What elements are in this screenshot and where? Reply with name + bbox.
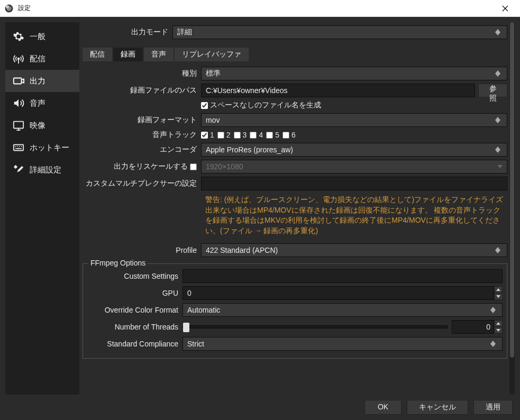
browse-button[interactable]: 参照 xyxy=(478,84,507,97)
updown-icon xyxy=(495,147,503,153)
titlebar: 設定 xyxy=(0,0,520,17)
sidebar-item-hotkeys[interactable]: ホットキー xyxy=(5,136,79,159)
scrollbar-thumb[interactable] xyxy=(510,22,514,358)
row-tracks: 音声トラック 1 2 3 4 5 6 xyxy=(83,130,507,140)
tab-streaming[interactable]: 配信 xyxy=(83,48,112,61)
path-input[interactable]: C:¥Users¥owner¥Videos xyxy=(201,84,475,97)
custom-settings-label: Custom Settings xyxy=(87,272,183,280)
updown-icon xyxy=(495,29,503,35)
tab-replay-buffer[interactable]: リプレイバッファ xyxy=(175,48,249,61)
encoder-select[interactable]: Apple ProRes (prores_aw) xyxy=(201,143,507,157)
row-nospace: スペースなしのファイル名を生成 xyxy=(83,101,507,110)
row-rescale: 出力をリスケールする 1920×1080 xyxy=(83,160,507,174)
main: 一般 配信 出力 音声 映像 xyxy=(0,17,520,395)
settings-window: 設定 一般 配信 出力 音声 xyxy=(0,0,520,420)
row-color-format: Override Color Format Automatic xyxy=(87,303,503,317)
apply-button[interactable]: 適用 xyxy=(473,400,513,415)
content-pane: 出力モード 詳細 配信 録画 音声 リプレイバッファ 種別 xyxy=(83,22,515,395)
threads-label: Number of Threads xyxy=(87,323,183,331)
tab-recording[interactable]: 録画 xyxy=(113,48,143,61)
color-format-label: Override Color Format xyxy=(87,306,183,314)
row-muxer: カスタムマルチプレクサーの設定 xyxy=(83,177,507,190)
sidebar-item-video[interactable]: 映像 xyxy=(5,114,79,136)
track-6-checkbox[interactable]: 6 xyxy=(282,131,296,139)
monitor-icon xyxy=(13,120,24,131)
output-mode-select[interactable]: 詳細 xyxy=(172,25,507,39)
spin-down-icon[interactable] xyxy=(494,327,503,334)
scrollbar[interactable] xyxy=(509,22,515,395)
custom-settings-input[interactable] xyxy=(183,269,503,283)
sidebar-item-general[interactable]: 一般 xyxy=(5,25,79,48)
type-label: 種別 xyxy=(83,69,201,78)
output-icon xyxy=(13,75,24,87)
row-output-mode: 出力モード 詳細 xyxy=(83,25,507,39)
svg-rect-4 xyxy=(14,78,22,84)
tab-audio[interactable]: 音声 xyxy=(144,48,174,61)
format-value: mov xyxy=(206,116,220,124)
sidebar: 一般 配信 出力 音声 映像 xyxy=(5,22,79,395)
updown-icon xyxy=(490,307,498,313)
track-5-checkbox[interactable]: 5 xyxy=(266,131,279,139)
nospace-checkbox[interactable]: スペースなしのファイル名を生成 xyxy=(201,101,321,110)
gear-icon xyxy=(13,31,24,42)
color-format-select[interactable]: Automatic xyxy=(183,303,503,317)
slider-thumb[interactable] xyxy=(183,323,189,332)
close-button[interactable] xyxy=(495,0,516,17)
track-1-checkbox[interactable]: 1 xyxy=(201,131,214,139)
updown-icon xyxy=(495,70,503,77)
footer: OK キャンセル 適用 xyxy=(0,395,520,420)
tools-icon xyxy=(13,164,24,176)
rescale-checkbox[interactable] xyxy=(190,163,197,170)
muxer-input[interactable] xyxy=(201,177,507,190)
color-format-value: Automatic xyxy=(187,306,220,314)
sidebar-label: 配信 xyxy=(30,54,45,64)
spin-up-icon[interactable] xyxy=(494,320,503,327)
output-mode-label: 出力モード xyxy=(83,28,172,37)
tabbar: 配信 録画 音声 リプレイバッファ xyxy=(83,48,507,61)
profile-value: 422 Standard (APCN) xyxy=(206,246,278,254)
row-path: 録画ファイルのパス C:¥Users¥owner¥Videos 参照 xyxy=(83,84,507,97)
muxer-label: カスタムマルチプレクサーの設定 xyxy=(83,179,201,188)
spin-down-icon[interactable] xyxy=(494,293,503,300)
gpu-spinner[interactable] xyxy=(494,286,503,300)
row-gpu: GPU 0 xyxy=(87,286,503,300)
row-profile: Profile 422 Standard (APCN) xyxy=(83,243,507,257)
sidebar-label: 一般 xyxy=(30,32,45,42)
ffmpeg-group: FFmpeg Options Custom Settings GPU 0 xyxy=(83,263,507,359)
speaker-icon xyxy=(13,97,24,109)
sidebar-item-output[interactable]: 出力 xyxy=(5,70,79,92)
compliance-select[interactable]: Strict xyxy=(183,337,503,351)
track-4-checkbox[interactable]: 4 xyxy=(250,131,263,139)
cancel-button[interactable]: キャンセル xyxy=(407,400,468,415)
rescale-select: 1920×1080 xyxy=(201,160,507,174)
svg-rect-6 xyxy=(14,145,23,151)
sidebar-item-advanced[interactable]: 詳細設定 xyxy=(5,159,79,181)
sidebar-item-audio[interactable]: 音声 xyxy=(5,92,79,114)
threads-spinner[interactable] xyxy=(494,320,503,334)
gpu-input[interactable]: 0 xyxy=(183,286,494,300)
encoder-value: Apple ProRes (prores_aw) xyxy=(206,145,293,154)
nospace-label: スペースなしのファイル名を生成 xyxy=(210,101,321,110)
app-icon xyxy=(4,4,14,13)
row-format: 録画フォーマット mov xyxy=(83,113,507,127)
ok-button[interactable]: OK xyxy=(364,400,402,415)
profile-select[interactable]: 422 Standard (APCN) xyxy=(201,243,507,257)
format-label: 録画フォーマット xyxy=(83,115,201,125)
sidebar-label: ホットキー xyxy=(30,143,69,153)
tracks-label: 音声トラック xyxy=(83,130,201,140)
sidebar-label: 詳細設定 xyxy=(30,165,61,175)
spin-up-icon[interactable] xyxy=(494,286,503,293)
compliance-value: Strict xyxy=(187,340,204,348)
threads-slider[interactable] xyxy=(183,325,448,328)
track-2-checkbox[interactable]: 2 xyxy=(217,131,231,139)
ffmpeg-legend: FFmpeg Options xyxy=(88,259,148,267)
path-label: 録画ファイルのパス xyxy=(83,86,201,95)
row-threads: Number of Threads 0 xyxy=(87,320,503,334)
track-3-checkbox[interactable]: 3 xyxy=(234,131,247,139)
format-select[interactable]: mov xyxy=(201,113,507,127)
sidebar-item-stream[interactable]: 配信 xyxy=(5,48,79,70)
rescale-label: 出力をリスケールする xyxy=(83,162,201,171)
type-select[interactable]: 標準 xyxy=(201,67,507,80)
threads-value[interactable]: 0 xyxy=(452,320,494,334)
window-title: 設定 xyxy=(18,4,495,13)
